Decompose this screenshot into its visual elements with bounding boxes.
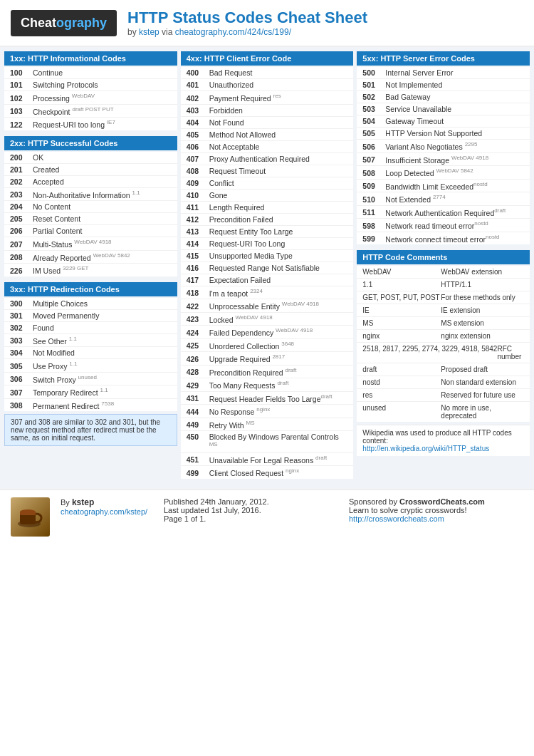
col2: 4xx: HTTP Client Error Code 400Bad Reque…: [181, 51, 354, 485]
table-row: 425Unordered Collection 3648: [181, 339, 354, 353]
table-row: 599Network connect timeout errornostd: [357, 232, 530, 245]
table-row: 305Use Proxy 1.1: [4, 359, 177, 373]
table-row: 205Reset Content: [4, 213, 177, 225]
table-row: 449Retry With MS: [181, 418, 354, 432]
section-1xx-header: 1xx: HTTP Informational Codes: [4, 51, 177, 66]
url-link[interactable]: cheatography.com/424/cs/199/: [175, 27, 291, 37]
logo: Cheatography: [11, 10, 117, 36]
section-3xx-header: 3xx: HTTP Redirection Codes: [4, 282, 177, 296]
table-row: 416Requested Range Not Satisfiable: [181, 262, 354, 274]
table-row: 422Unprocessable Entity WebDAV 4918: [181, 299, 354, 313]
coffee-cup-icon: [16, 504, 45, 529]
table-row: 407Proxy Authentication Required: [181, 153, 354, 165]
table-row: 411Length Required: [181, 202, 354, 214]
table-row: 506Variant Also Negotiates 2295: [357, 140, 530, 153]
footer-sponsor: Sponsored by CrosswordCheats.com Learn t…: [349, 497, 523, 523]
table-row: 510Not Extended 2774: [357, 192, 530, 206]
table-row: 505HTTP Version Not Supported: [357, 128, 530, 140]
section-4xx-header: 4xx: HTTP Client Error Code: [181, 51, 354, 66]
comment-row: 2518, 2817, 2295, 2774, 3229, 4918, 5842…: [357, 343, 530, 363]
table-row: 444No Response nginx: [181, 405, 354, 418]
table-row: 301Moved Permanently: [4, 310, 177, 322]
table-row: 508Loop Detected WebDAV 5842: [357, 166, 530, 180]
table-row: 406Not Acceptable: [181, 141, 354, 153]
table-row: 509Bandwidth Limit Exceedednostd: [357, 180, 530, 193]
section-2xx-body: 200OK 201Created 202Accepted 203Non-Auth…: [4, 152, 177, 276]
comment-row: unusedNo more in use, deprecated: [357, 402, 530, 422]
footer: By kstep cheatography.com/kstep/ Publish…: [0, 489, 534, 544]
comment-row: nostdNon standard extension: [357, 376, 530, 389]
col3: 5xx: HTTP Server Error Codes 500Internal…: [357, 51, 530, 485]
subtitle: by kstep via cheatography.com/424/cs/199…: [127, 27, 367, 37]
col1: 1xx: HTTP Informational Codes 100Continu…: [4, 51, 177, 485]
table-row: 507Insufficient Storage WebDAV 4918: [357, 153, 530, 167]
table-row: 499Client Closed Request nginx: [181, 466, 354, 479]
table-row: 409Conflict: [181, 177, 354, 190]
table-row: 302Found: [4, 322, 177, 334]
comment-row: IEIE extension: [357, 304, 530, 317]
table-row: 122Request-URI too long IE7: [4, 118, 177, 130]
table-row: 418I'm a teapot 2324: [181, 286, 354, 300]
table-row: 226IM Used 3229 GET: [4, 264, 177, 276]
comments-header: HTTP Code Comments: [357, 250, 530, 264]
section-4xx: 4xx: HTTP Client Error Code 400Bad Reque…: [181, 51, 354, 479]
section-5xx-header: 5xx: HTTP Server Error Codes: [357, 51, 530, 66]
redirect-note: 307 and 308 are similar to 302 and 301, …: [4, 414, 177, 446]
sponsor-link[interactable]: http://crosswordcheats.com: [349, 514, 444, 523]
table-row: 423Locked WebDAV 4918: [181, 313, 354, 326]
author-url[interactable]: cheatography.com/kstep/: [61, 507, 147, 516]
table-row: 308Permanent Redirect 7538: [4, 399, 177, 412]
wiki-link[interactable]: http://en.wikipedia.org/wiki/HTTP_status: [362, 445, 489, 452]
table-row: 102Processing WebDAV: [4, 91, 177, 105]
table-row: 204No Content: [4, 201, 177, 213]
wiki-note: Wikipedia was used to produce all HTTP c…: [357, 425, 530, 456]
comment-row: GET, POST, PUT, POSTFor these methods on…: [357, 291, 530, 304]
table-row: 200OK: [4, 152, 177, 164]
author-link[interactable]: kstep: [139, 27, 159, 37]
comment-row: WebDAVWebDAV extension: [357, 266, 530, 279]
section-3xx-body: 300Multiple Choices 301Moved Permanently…: [4, 298, 177, 412]
main-content: 1xx: HTTP Informational Codes 100Continu…: [0, 47, 534, 489]
footer-by: By kstep cheatography.com/kstep/: [61, 497, 153, 516]
section-1xx-body: 100Continue 101Switching Protocols 102Pr…: [4, 67, 177, 130]
section-2xx: 2xx: HTTP Successful Codes 200OK 201Crea…: [4, 136, 177, 276]
table-row: 426Upgrade Required 2817: [181, 352, 354, 366]
table-row: 412Precondition Failed: [181, 214, 354, 226]
table-row: 206Partial Content: [4, 225, 177, 237]
comment-row: nginxnginx extension: [357, 330, 530, 343]
comments-section: HTTP Code Comments WebDAVWebDAV extensio…: [357, 250, 530, 456]
header-text: HTTP Status Codes Cheat Sheet by kstep v…: [127, 9, 367, 37]
table-row: 424Failed Dependency WebDAV 4918: [181, 326, 354, 339]
table-row: 207Multi-Status WebDAV 4918: [4, 237, 177, 251]
table-row: 431Request Header Fields Too Largedraft: [181, 392, 354, 405]
comments-body: WebDAVWebDAV extension 1.1HTTP/1.1 GET, …: [357, 266, 530, 422]
table-row: 417Expectation Failed: [181, 274, 354, 286]
comment-row: resReserved for future use: [357, 389, 530, 402]
section-4xx-body: 400Bad Request 401Unauthorized 402Paymen…: [181, 67, 354, 479]
table-row: 598Network read timeout errornostd: [357, 219, 530, 232]
table-row: 403Forbidden: [181, 105, 354, 117]
table-row: 451Unavailable For Legal Reasons draft: [181, 453, 354, 467]
table-row: 304Not Modified: [4, 347, 177, 359]
footer-published: Published 24th January, 2012. Last updat…: [164, 497, 338, 523]
table-row: 203Non-Authoritative Information 1.1: [4, 188, 177, 202]
page-title: HTTP Status Codes Cheat Sheet: [127, 9, 367, 27]
table-row: 408Request Timeout: [181, 165, 354, 177]
table-row: 410Gone: [181, 190, 354, 202]
table-row: 415Unsupported Media Type: [181, 250, 354, 262]
table-row: 500Internal Server Error: [357, 67, 530, 79]
table-row: 504Gateway Timeout: [357, 115, 530, 128]
table-row: 429Too Many Requests draft: [181, 378, 354, 392]
table-row: 208Already Reported WebDAV 5842: [4, 251, 177, 264]
table-row: 306Switch Proxy unused: [4, 373, 177, 386]
table-row: 202Accepted: [4, 176, 177, 188]
comment-row: 1.1HTTP/1.1: [357, 279, 530, 291]
svg-point-3: [20, 509, 36, 514]
table-row: 404Not Found: [181, 117, 354, 129]
table-row: 307Temporary Redirect 1.1: [4, 385, 177, 399]
table-row: 501Not Implemented: [357, 79, 530, 91]
table-row: 103Checkpoint draft POST PUT: [4, 105, 177, 118]
table-row: 428Precondition Required draft: [181, 366, 354, 379]
comment-row: MSMS extension: [357, 317, 530, 330]
header: Cheatography HTTP Status Codes Cheat She…: [0, 0, 534, 47]
